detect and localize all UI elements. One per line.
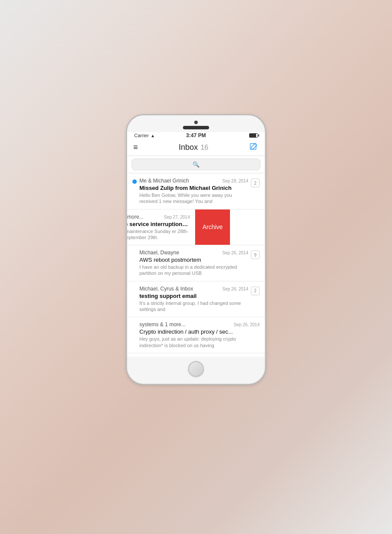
archive-button[interactable]: Archive <box>195 210 230 245</box>
email-header: Michael, Cyrus & Inbox Sep 26, 2014 <box>139 286 248 292</box>
iphone-frame: Carrier ▲ 3:47 PM ≡ Inbox 16 <box>126 115 266 385</box>
email-list: Me & Michael Grinich Sep 28, 2014 Missed… <box>127 173 265 357</box>
email-count-badge: 2 <box>251 287 260 295</box>
carrier-label: Carrier <box>134 133 149 138</box>
email-from: Me & Michael Grinich <box>139 178 221 184</box>
search-input[interactable]: 🔍 <box>132 159 260 170</box>
email-header: Me & Michael Grinich Sep 28, 2014 <box>139 178 248 184</box>
email-date: Sep 28, 2014 <box>223 179 249 183</box>
speaker <box>183 126 209 129</box>
email-date: Sep 26, 2014 <box>223 250 249 255</box>
email-item[interactable]: Michael, Cyrus & Inbox Sep 26, 2014 test… <box>127 281 265 318</box>
swipe-container: pport & 1 more... Sep 27, 2014 Possible … <box>127 210 265 246</box>
nav-badge: 16 <box>200 144 208 152</box>
status-left: Carrier ▲ <box>134 133 155 138</box>
email-preview: Hello Ben Gotow, While you were away you… <box>139 192 248 205</box>
email-from-swiped: pport & 1 more... <box>127 214 162 220</box>
nav-title-area: Inbox 16 <box>179 143 208 152</box>
email-subject: testing support email <box>139 293 248 299</box>
email-date: Sep 26, 2014 <box>223 287 249 291</box>
status-bar: Carrier ▲ 3:47 PM <box>127 132 265 139</box>
email-header: systems & 1 more... Sep 26, 2014 <box>139 321 260 328</box>
email-item[interactable]: Inbox iDoneThis Sep 26, 2014 Inbox - Wha… <box>127 353 265 357</box>
email-body: Michael, Cyrus & Inbox Sep 26, 2014 test… <box>139 286 248 313</box>
email-body: Michael, Dwayne Sep 26, 2014 AWS reboot … <box>139 250 248 277</box>
email-date: Sep 26, 2014 <box>234 322 260 327</box>
email-from: Michael, Cyrus & Inbox <box>139 286 221 292</box>
email-body: systems & 1 more... Sep 26, 2014 Crypto … <box>139 321 260 348</box>
email-subject: Crypto indirection / auth proxy / sec... <box>139 328 260 335</box>
phone-top <box>127 115 265 132</box>
email-preview: I have an old backup in a dedicated encr… <box>139 264 248 277</box>
email-count-badge: 2 <box>251 179 260 187</box>
app-content: ≡ Inbox 16 🔍 <box>127 139 265 357</box>
email-count-badge: 9 <box>251 250 260 259</box>
status-time: 3:47 PM <box>186 132 206 139</box>
email-item[interactable]: systems & 1 more... Sep 26, 2014 Crypto … <box>127 317 265 353</box>
dot-placeholder <box>132 286 137 313</box>
email-from: Michael, Dwayne <box>139 250 221 256</box>
email-subject: Missed Zulip from Michael Grinich <box>139 185 248 191</box>
email-subject-swiped: Possible service interruptions... <box>127 221 190 227</box>
swipe-inner: pport & 1 more... Sep 27, 2014 Possible … <box>127 210 230 245</box>
email-header-swiped: pport & 1 more... Sep 27, 2014 <box>127 214 190 220</box>
email-header: Michael, Dwayne Sep 26, 2014 <box>139 250 248 256</box>
email-preview-swiped: nplanned maintenance Sunday er 28th- Mon… <box>127 228 190 241</box>
nav-title: Inbox <box>179 143 198 152</box>
search-bar: 🔍 <box>127 156 265 173</box>
nav-bar: ≡ Inbox 16 <box>127 139 265 156</box>
email-item[interactable]: Me & Michael Grinich Sep 28, 2014 Missed… <box>127 173 265 210</box>
archive-button-label: Archive <box>203 223 223 230</box>
unread-dot <box>132 179 137 184</box>
email-body-swiped: pport & 1 more... Sep 27, 2014 Possible … <box>127 214 190 241</box>
compose-button[interactable] <box>249 142 259 152</box>
battery-icon <box>249 133 258 138</box>
email-date-swiped: Sep 27, 2014 <box>164 215 190 220</box>
phone-bottom <box>127 357 265 384</box>
email-body: Me & Michael Grinich Sep 28, 2014 Missed… <box>139 178 248 205</box>
wifi-icon: ▲ <box>151 133 155 138</box>
compose-icon-svg <box>249 142 258 151</box>
phone-container: Carrier ▲ 3:47 PM ≡ Inbox 16 <box>126 115 266 385</box>
dot-placeholder <box>132 250 137 277</box>
email-preview: It's a strictly internal group. I had ch… <box>139 300 248 313</box>
camera <box>194 121 198 124</box>
home-button[interactable] <box>188 361 204 377</box>
search-icon: 🔍 <box>193 161 199 168</box>
email-subject: AWS reboot postmortem <box>139 257 248 263</box>
email-from: systems & 1 more... <box>139 321 232 328</box>
email-item-swiped[interactable]: pport & 1 more... Sep 27, 2014 Possible … <box>127 210 195 245</box>
email-preview: Hey guys, just as an update: deploying c… <box>139 336 260 348</box>
email-item[interactable]: Michael, Dwayne Sep 26, 2014 AWS reboot … <box>127 245 265 281</box>
hamburger-icon[interactable]: ≡ <box>133 143 138 151</box>
dot-placeholder <box>132 321 137 348</box>
battery-fill <box>250 134 256 137</box>
